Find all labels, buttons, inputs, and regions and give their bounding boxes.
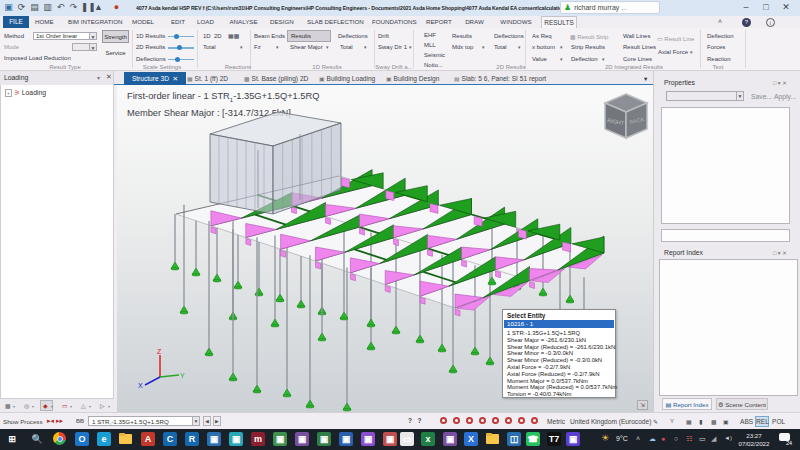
svg-text:Z: Z [157, 348, 162, 355]
svg-text:Y: Y [180, 372, 185, 379]
svg-text:X: X [138, 382, 143, 389]
